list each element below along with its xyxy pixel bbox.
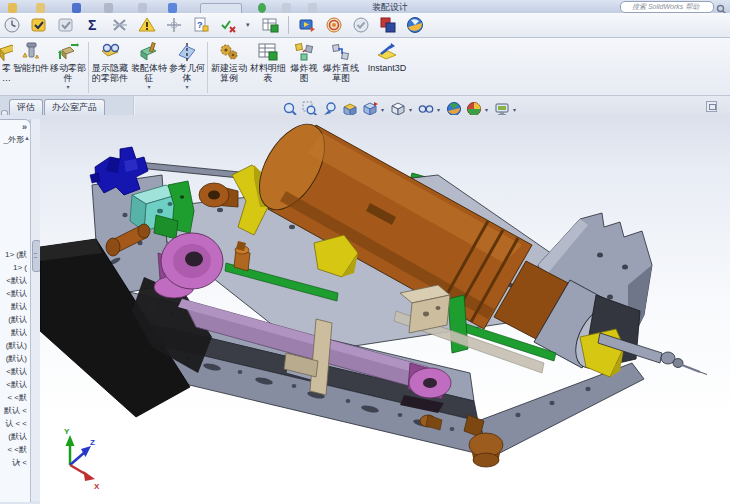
- ribbon-button-exploded-view[interactable]: 爆炸视图: [287, 40, 321, 83]
- tree-item[interactable]: < <默: [0, 443, 27, 456]
- dropdown-caret-icon[interactable]: ▾: [485, 106, 490, 113]
- dropdown-caret-icon[interactable]: ▾: [409, 106, 414, 113]
- tab-office-products[interactable]: 办公室产品: [44, 99, 105, 115]
- tree-item[interactable]: 默认: [0, 300, 27, 313]
- ribbon-label: 显示隐藏的零部件: [90, 63, 130, 83]
- ribbon-button-reference-geometry[interactable]: 参考几何体 ▾: [168, 40, 206, 90]
- tab-strip: 评估 办公室产品: [0, 96, 134, 115]
- triad-y-label: Y: [64, 427, 70, 436]
- tree-item[interactable]: <默认: [0, 365, 27, 378]
- explode-line-sketch-icon: [330, 41, 352, 63]
- dropdown-caret-icon[interactable]: ▾: [185, 84, 188, 90]
- ribbon-label: 零 …: [2, 63, 11, 83]
- compare-documents-icon[interactable]: [379, 16, 397, 34]
- tree-item[interactable]: < <默: [0, 391, 27, 404]
- no-external-references-icon[interactable]: [111, 16, 129, 34]
- tree-item[interactable]: (默认): [0, 339, 27, 352]
- options-icon[interactable]: [282, 3, 291, 13]
- photoview-360-icon[interactable]: [325, 16, 343, 34]
- tree-item[interactable]: <默认: [0, 287, 27, 300]
- tree-item[interactable]: (默认): [0, 352, 27, 365]
- graphics-viewport[interactable]: Y Z X: [40, 115, 730, 504]
- ribbon-button-instant3d[interactable]: Instant3D: [361, 40, 413, 73]
- orientation-triad: Y Z X: [64, 427, 100, 491]
- dropdown-caret-icon[interactable]: ▾: [381, 106, 386, 113]
- reference-geometry-icon: [176, 41, 198, 63]
- tree-item[interactable]: 认 < <: [0, 417, 27, 430]
- ribbon-label: 爆炸直线草图: [321, 63, 361, 83]
- tab-evaluate[interactable]: 评估: [9, 99, 43, 115]
- feature-tree-list: 1> (默1> (<默认<默认默认(默认默认(默认)(默认)<默认<默认< <默…: [0, 248, 27, 469]
- rebuild-icon[interactable]: [168, 3, 177, 13]
- edrawings-icon[interactable]: [406, 16, 424, 34]
- tree-scroll-down-icon[interactable]: ▾: [17, 458, 20, 465]
- dropdown-caret-icon[interactable]: ▾: [147, 84, 150, 90]
- ribbon-button-move-component[interactable]: 移动零部件 ▾: [49, 40, 87, 90]
- tree-item[interactable]: <默认: [0, 378, 27, 391]
- ribbon-button-insert-component-partial[interactable]: 零 …: [0, 40, 13, 83]
- tree-item[interactable]: 默认: [0, 326, 27, 339]
- feature-manager-sidebar: » _外形 ▲ 1> (默1> (<默认<默认默认(默认默认(默认)(默认)<默…: [0, 115, 40, 504]
- ribbon-separator: [88, 42, 89, 93]
- align-components-icon[interactable]: [165, 16, 183, 34]
- tree-item[interactable]: (默认: [0, 430, 27, 443]
- expand-panel-icon[interactable]: »: [22, 122, 27, 132]
- ribbon-button-bill-of-materials[interactable]: 材料明细表: [249, 40, 287, 83]
- ribbon-label: 装配体特征: [130, 63, 168, 83]
- verification-icon[interactable]: [219, 16, 237, 34]
- design-checker-on-icon[interactable]: [30, 16, 48, 34]
- ribbon-label: 参考几何体: [168, 63, 206, 83]
- save-icon[interactable]: [72, 3, 81, 13]
- equations-icon[interactable]: Σ: [84, 16, 102, 34]
- new-motion-study-icon: [218, 41, 240, 63]
- bearing-boss[interactable]: [199, 183, 238, 207]
- tree-item[interactable]: 默认 <: [0, 404, 27, 417]
- tree-item[interactable]: 1> (默: [0, 248, 27, 261]
- design-checker-off-icon[interactable]: [57, 16, 75, 34]
- new-file-icon[interactable]: [8, 3, 17, 13]
- open-file-icon[interactable]: [36, 3, 45, 13]
- toolbar-separator: [288, 16, 289, 34]
- help-search-input[interactable]: 搜索 SolidWorks 帮助: [620, 1, 714, 13]
- command-manager-ribbon: 零 … 智能扣件 移动零部件 ▾ 显示隐藏的零部件 装配体特征 ▾ 参考几何体 …: [0, 38, 730, 96]
- ribbon-separator: [207, 42, 208, 93]
- dropdown-caret-icon[interactable]: ▾: [246, 21, 252, 29]
- ribbon-button-explode-line-sketch[interactable]: 爆炸直线草图: [321, 40, 361, 83]
- ribbon-label: 移动零部件: [49, 63, 87, 83]
- tree-item[interactable]: 认 <: [0, 456, 27, 469]
- tree-item[interactable]: 1> (: [0, 261, 27, 274]
- move-component-icon: [57, 41, 79, 63]
- ribbon-button-new-motion-study[interactable]: 新建运动算例: [209, 40, 249, 83]
- ribbon-button-assembly-features[interactable]: 装配体特征 ▾: [130, 40, 168, 90]
- feature-manager-panel: » _外形 ▲ 1> (默1> (<默认<默认默认(默认默认(默认)(默认)<默…: [0, 119, 31, 502]
- solidworks-window: 装配设计 搜索 SolidWorks 帮助 Σ ?: [0, 0, 730, 504]
- tree-root-item[interactable]: _外形: [0, 134, 24, 145]
- interference-detection-icon[interactable]: [138, 16, 156, 34]
- svg-text:?: ?: [197, 20, 203, 30]
- ribbon-button-show-hidden-components[interactable]: 显示隐藏的零部件: [90, 40, 130, 83]
- undo-icon[interactable]: [138, 3, 147, 13]
- tree-item[interactable]: <默认: [0, 274, 27, 287]
- import-diagnostics-icon[interactable]: ?: [192, 16, 210, 34]
- assembly-toolbar: Σ ? ▾: [0, 13, 730, 38]
- dropdown-caret-icon[interactable]: ▾: [66, 84, 69, 90]
- print-icon[interactable]: [104, 3, 113, 13]
- design-binder-icon[interactable]: [3, 16, 21, 34]
- dropdown-caret-icon[interactable]: ▾: [437, 106, 442, 113]
- assembly-model: Y Z X: [40, 115, 730, 504]
- ribbon-label: 新建运动算例: [209, 63, 249, 83]
- triad-x-label: X: [94, 482, 100, 491]
- bill-of-materials-icon: [257, 41, 279, 63]
- assembly-features-icon: [138, 41, 160, 63]
- dropdown-caret-icon[interactable]: ▾: [513, 106, 518, 113]
- status-dot-icon: [258, 3, 266, 13]
- svg-text:Σ: Σ: [88, 17, 96, 33]
- animation-wizard-icon[interactable]: [298, 16, 316, 34]
- task-complete-icon[interactable]: [352, 16, 370, 34]
- viewport-restore-icon[interactable]: [706, 101, 717, 112]
- design-table-icon[interactable]: [261, 16, 279, 34]
- ribbon-button-smart-fasteners[interactable]: 智能扣件: [13, 40, 49, 73]
- tree-item[interactable]: (默认: [0, 313, 27, 326]
- insert-component-icon: [0, 41, 13, 63]
- help-icon[interactable]: [308, 3, 317, 13]
